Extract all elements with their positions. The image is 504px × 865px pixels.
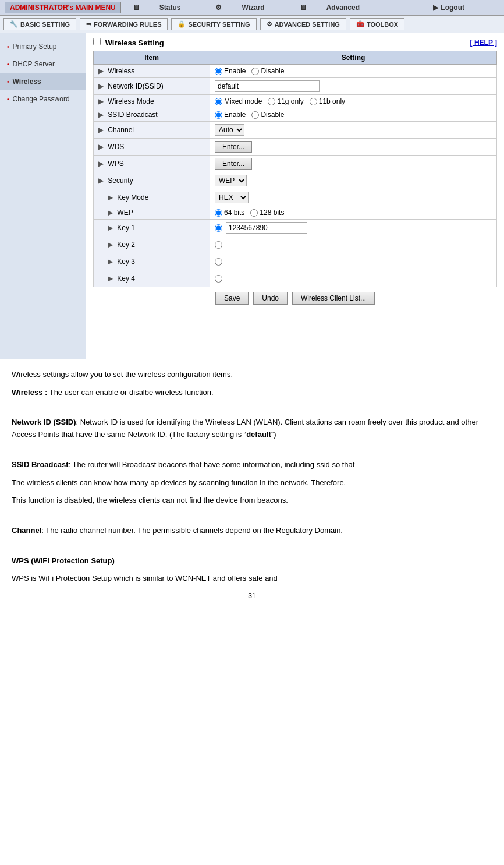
advanced-link[interactable]: 🖥 Advanced <box>300 3 377 12</box>
ssid-broadcast-heading: SSID Broadcast <box>12 460 69 469</box>
table-row: ▶ Wireless Enable Disable <box>94 65 497 78</box>
setting-wireless: Enable Disable <box>210 65 497 78</box>
wps-enter-button[interactable]: Enter... <box>215 158 252 170</box>
item-label-wep-bits: ▶ WEP <box>94 206 210 220</box>
64bits-label[interactable]: 64 bits <box>215 209 244 217</box>
undo-button[interactable]: Undo <box>253 292 288 305</box>
item-label-key1: ▶ Key 1 <box>94 220 210 236</box>
setting-wireless-mode: Mixed mode 11g only 11b only <box>210 95 497 108</box>
128bits-label[interactable]: 128 bits <box>250 209 284 217</box>
wireless-heading: Wireless : <box>12 388 47 397</box>
sidebar-label-change-password: Change Password <box>13 95 70 103</box>
logout-link[interactable]: ▶ Logout <box>433 3 482 12</box>
wireless-section: Wireless : The user can enable or disalb… <box>12 387 492 399</box>
key3-radio[interactable] <box>215 258 222 266</box>
intro-text: Wireless settings allow you to set the w… <box>12 369 492 381</box>
wireless-setting-checkbox[interactable] <box>93 38 101 45</box>
ssid-broadcast-disable-label[interactable]: Disable <box>251 111 284 119</box>
wps-text: WPS is WiFi Protection Setup which is si… <box>12 573 492 585</box>
64bits-radio[interactable] <box>215 209 222 217</box>
wizard-link[interactable]: ⚙ Wizard <box>215 3 282 12</box>
advanced-icon: 🖥 <box>300 3 307 12</box>
key3-input[interactable] <box>226 256 307 267</box>
setting-wds: Enter... <box>210 139 497 156</box>
item-label-key4: ▶ Key 4 <box>94 270 210 287</box>
key4-radio[interactable] <box>215 275 222 283</box>
channel-select[interactable]: Auto 123 456 <box>215 124 244 136</box>
wds-enter-button[interactable]: Enter... <box>215 141 252 153</box>
setting-key-mode: HEX ASCII <box>210 189 497 206</box>
top-navigation: ADMINISTRATOR's MAIN MENU 🖥 Status ⚙ Wiz… <box>0 0 504 16</box>
status-link[interactable]: 🖥 Status <box>133 3 198 12</box>
table-row: ▶ Channel Auto 123 456 <box>94 122 497 139</box>
11g-only-radio[interactable] <box>268 98 275 105</box>
main-layout: Primary Setup DHCP Server Wireless Chang… <box>0 33 504 359</box>
item-label-ssid: ▶ Network ID(SSID) <box>94 78 210 95</box>
section-header: Wireless Setting [ HELP ] <box>93 38 497 47</box>
wireless-disable-radio-label[interactable]: Disable <box>251 67 284 75</box>
key2-input[interactable] <box>226 239 307 250</box>
key-mode-select[interactable]: HEX ASCII <box>215 192 249 203</box>
ssid-broadcast-enable-radio[interactable] <box>215 111 222 119</box>
sidebar-item-dhcp-server[interactable]: DHCP Server <box>0 55 86 73</box>
setting-key3 <box>210 253 497 270</box>
mixed-mode-label[interactable]: Mixed mode <box>215 97 262 105</box>
forwarding-rules-btn[interactable]: ➡ FORWARDING RULES <box>80 18 168 30</box>
wps-section: WPS (WiFi Protection Setup) <box>12 555 492 567</box>
sidebar: Primary Setup DHCP Server Wireless Chang… <box>0 33 86 359</box>
security-select[interactable]: WEP WPA None <box>215 175 247 186</box>
sidebar-label-wireless: Wireless <box>13 77 41 86</box>
toolbox-icon: 🧰 <box>356 20 364 28</box>
table-row: ▶ Security WEP WPA None <box>94 172 497 189</box>
ssid-input[interactable] <box>215 80 320 92</box>
table-row: ▶ Key 1 <box>94 220 497 236</box>
col-header-item: Item <box>94 51 210 65</box>
sidebar-item-wireless[interactable]: Wireless <box>0 73 86 90</box>
item-label-wireless-mode: ▶ Wireless Mode <box>94 95 210 108</box>
section-title-text: Wireless Setting <box>93 38 164 47</box>
sidebar-item-primary-setup[interactable]: Primary Setup <box>0 38 86 55</box>
key1-input[interactable] <box>226 222 307 234</box>
ssid-broadcast-section: SSID Broadcast: The router will Broadcas… <box>12 459 492 471</box>
setting-key4 <box>210 270 497 287</box>
wizard-icon: ⚙ <box>215 3 222 12</box>
ssid-broadcast-enable-label[interactable]: Enable <box>215 111 246 119</box>
table-row: ▶ Wireless Mode Mixed mode 11g only 11b … <box>94 95 497 108</box>
sidebar-label-dhcp: DHCP Server <box>13 60 55 68</box>
11b-only-label[interactable]: 11b only <box>310 97 345 105</box>
table-row: ▶ Key 2 <box>94 236 497 253</box>
item-label-security: ▶ Security <box>94 172 210 189</box>
save-button[interactable]: Save <box>215 292 249 305</box>
key4-input[interactable] <box>226 273 307 284</box>
table-row: ▶ Key 3 <box>94 253 497 270</box>
sidebar-item-change-password[interactable]: Change Password <box>0 90 86 108</box>
item-label-channel: ▶ Channel <box>94 122 210 139</box>
key1-radio[interactable] <box>215 224 222 232</box>
security-setting-btn[interactable]: 🔒 SECURITY SETTING <box>171 18 256 30</box>
ssid-broadcast-disable-radio[interactable] <box>251 111 259 119</box>
security-icon: 🔒 <box>178 20 186 28</box>
128bits-radio[interactable] <box>250 209 258 217</box>
wireless-enable-radio[interactable] <box>215 68 222 75</box>
help-link[interactable]: [ HELP ] <box>470 38 497 47</box>
11g-only-label[interactable]: 11g only <box>268 97 303 105</box>
11b-only-radio[interactable] <box>310 98 317 105</box>
wireless-enable-radio-label[interactable]: Enable <box>215 67 246 75</box>
setting-key1 <box>210 220 497 236</box>
item-label-key3: ▶ Key 3 <box>94 253 210 270</box>
key2-radio[interactable] <box>215 241 222 249</box>
item-label-ssid-broadcast: ▶ SSID Broadcast <box>94 108 210 122</box>
wireless-client-list-button[interactable]: Wireless Client List... <box>292 292 375 305</box>
wireless-disable-radio[interactable] <box>251 68 259 75</box>
content-area: Wireless Setting [ HELP ] Item Setting ▶… <box>86 33 504 359</box>
ssid-broadcast-text2: The wireless clients can know how many a… <box>12 477 492 489</box>
body-text-area: Wireless settings allow you to set the w… <box>0 359 504 617</box>
basic-setting-btn[interactable]: 🔧 BASIC SETTING <box>3 18 76 30</box>
toolbox-btn[interactable]: 🧰 TOOLBOX <box>350 18 404 30</box>
ssid-broadcast-text3: This function is disabled, the wireless … <box>12 495 492 507</box>
advanced-setting-btn[interactable]: ⚙ ADVANCED SETTING <box>260 18 346 30</box>
channel-heading: Channel <box>12 526 41 535</box>
table-row: ▶ Network ID(SSID) <box>94 78 497 95</box>
item-label-key2: ▶ Key 2 <box>94 236 210 253</box>
mixed-mode-radio[interactable] <box>215 98 222 105</box>
